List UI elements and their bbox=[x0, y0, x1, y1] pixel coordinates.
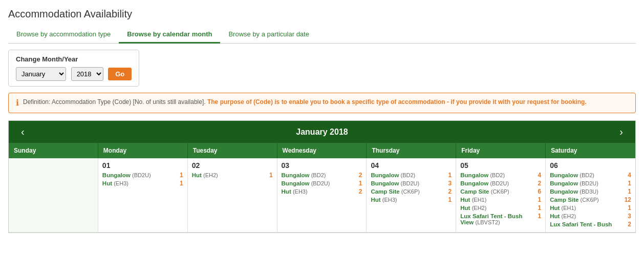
accommodation-name: Hut (EH3) bbox=[102, 180, 128, 186]
year-select[interactable]: 201720182019 bbox=[71, 67, 103, 81]
accommodation-code: (BD2U) bbox=[311, 180, 330, 186]
accommodation-code: (BD2) bbox=[579, 172, 594, 178]
accommodation-name: Bungalow (BD2) bbox=[550, 172, 594, 178]
accommodation-count: 12 bbox=[625, 196, 631, 203]
day-name-thursday: Thursday bbox=[367, 143, 456, 158]
cal-date-number: 02 bbox=[192, 161, 273, 170]
calendar-header: ‹ January 2018 › bbox=[9, 121, 635, 143]
accommodation-item[interactable]: Hut (EH2)1 bbox=[192, 172, 273, 179]
accommodation-name: Hut (EH2) bbox=[192, 172, 218, 178]
accommodation-count: 2 bbox=[448, 188, 452, 195]
accommodation-item[interactable]: Bungalow (BD2)4 bbox=[460, 172, 541, 179]
accommodation-item[interactable]: Camp Site (CK6P)2 bbox=[371, 188, 452, 195]
accommodation-count: 2 bbox=[359, 172, 362, 179]
accommodation-name: Camp Site (CK6P) bbox=[550, 197, 599, 203]
accommodation-code: (EH3) bbox=[293, 188, 308, 195]
day-name-tuesday: Tuesday bbox=[188, 143, 277, 158]
day-name-wednesday: Wednesday bbox=[277, 143, 367, 158]
accommodation-count: 1 bbox=[269, 172, 273, 179]
accommodation-name: Hut (EH3) bbox=[282, 188, 308, 195]
accommodation-count: 1 bbox=[628, 204, 631, 212]
accommodation-item[interactable]: Hut (EH2)3 bbox=[550, 213, 631, 220]
accommodation-name: Hut (EH1) bbox=[550, 205, 576, 211]
info-box: ℹ Definition: Accommodation Type (Code) … bbox=[8, 93, 636, 113]
accommodation-code: (BD2U) bbox=[490, 180, 509, 186]
accommodation-item[interactable]: Hut (EH3)1 bbox=[102, 180, 183, 187]
accommodation-name: Hut (EH2) bbox=[460, 205, 486, 211]
prev-month-button[interactable]: ‹ bbox=[17, 126, 29, 138]
next-month-button[interactable]: › bbox=[615, 126, 627, 138]
accommodation-item[interactable]: Bungalow (BD2U)3 bbox=[371, 180, 452, 187]
accommodation-name: Bungalow (BD2) bbox=[282, 172, 326, 178]
accommodation-code: (BD2) bbox=[311, 172, 326, 178]
tab-calendar-month[interactable]: Browse by calendar month bbox=[119, 26, 220, 44]
day-name-sunday: Sunday bbox=[9, 143, 98, 158]
month-select[interactable]: JanuaryFebruaryMarchAprilMayJuneJulyAugu… bbox=[16, 67, 66, 81]
accommodation-code: (BD2) bbox=[490, 172, 505, 178]
accommodation-item[interactable]: Lux Safari Tent - Bush2 bbox=[550, 221, 631, 228]
day-name-monday: Monday bbox=[98, 143, 188, 158]
accommodation-item[interactable]: Bungalow (BD3U)1 bbox=[550, 188, 631, 195]
accommodation-code: (LBVST2) bbox=[475, 219, 500, 225]
accommodation-item[interactable]: Bungalow (BD2U)1 bbox=[102, 172, 183, 179]
accommodation-item[interactable]: Bungalow (BD2)4 bbox=[550, 172, 631, 179]
accommodation-count: 1 bbox=[180, 180, 183, 187]
accommodation-name: Bungalow (BD2U) bbox=[371, 180, 419, 186]
accommodation-item[interactable]: Hut (EH3)1 bbox=[371, 196, 452, 203]
accommodation-item[interactable]: Hut (EH2)1 bbox=[460, 204, 541, 212]
accommodation-name: Lux Safari Tent - Bush View (LBVST2) bbox=[460, 213, 534, 225]
calendar-cell: 04Bungalow (BD2)1Bungalow (BD2U)3Camp Si… bbox=[367, 158, 456, 233]
accommodation-name: Bungalow (BD2U) bbox=[282, 180, 330, 186]
calendar-day-names: SundayMondayTuesdayWednesdayThursdayFrid… bbox=[9, 143, 635, 158]
accommodation-count: 1 bbox=[180, 172, 183, 179]
accommodation-code: (EH3) bbox=[382, 197, 397, 203]
accommodation-item[interactable]: Lux Safari Tent - Bush View (LBVST2)1 bbox=[460, 213, 541, 225]
tab-particular-date[interactable]: Browse by a particular date bbox=[220, 26, 317, 44]
accommodation-code: (BD3U) bbox=[579, 188, 598, 195]
page-title: Accommodation Availability bbox=[8, 8, 636, 20]
accommodation-name: Bungalow (BD3U) bbox=[550, 188, 598, 195]
accommodation-item[interactable]: Camp Site (CK6P)12 bbox=[550, 196, 631, 203]
accommodation-item[interactable]: Bungalow (BD2U)1 bbox=[550, 180, 631, 187]
accommodation-code: (EH2) bbox=[472, 205, 487, 211]
accommodation-item[interactable]: Hut (EH1)1 bbox=[550, 204, 631, 212]
calendar-cell: 06Bungalow (BD2)4Bungalow (BD2U)1Bungalo… bbox=[546, 158, 635, 233]
accommodation-name: Hut (EH1) bbox=[460, 197, 486, 203]
info-icon: ℹ bbox=[16, 98, 19, 108]
accommodation-name: Bungalow (BD2) bbox=[460, 172, 505, 178]
month-year-label: Change Month/Year bbox=[16, 55, 132, 63]
accommodation-code: (EH2) bbox=[562, 213, 576, 219]
accommodation-item[interactable]: Bungalow (BD2)1 bbox=[371, 172, 452, 179]
accommodation-code: (CK6P) bbox=[401, 188, 420, 195]
calendar: ‹ January 2018 › SundayMondayTuesdayWedn… bbox=[8, 120, 636, 233]
accommodation-count: 3 bbox=[628, 213, 631, 220]
accommodation-count: 3 bbox=[448, 180, 452, 187]
accommodation-item[interactable]: Bungalow (BD2U)1 bbox=[282, 180, 362, 187]
cal-date-number: 04 bbox=[371, 161, 452, 170]
accommodation-item[interactable]: Hut (EH3)2 bbox=[282, 188, 362, 195]
accommodation-count: 2 bbox=[359, 188, 362, 195]
tab-accommodation-type[interactable]: Browse by accommodation type bbox=[8, 26, 119, 44]
calendar-cell: 03Bungalow (BD2)2Bungalow (BD2U)1Hut (EH… bbox=[277, 158, 367, 233]
accommodation-code: (EH2) bbox=[203, 172, 218, 178]
change-month-year-box: Change Month/Year JanuaryFebruaryMarchAp… bbox=[8, 50, 139, 87]
accommodation-name: Hut (EH2) bbox=[550, 213, 576, 219]
accommodation-item[interactable]: Bungalow (BD2U)2 bbox=[460, 180, 541, 187]
accommodation-item[interactable]: Hut (EH1)1 bbox=[460, 196, 541, 203]
accommodation-name: Bungalow (BD2U) bbox=[460, 180, 509, 186]
info-text-plain: Definition: Accommodation Type (Code) [N… bbox=[23, 98, 206, 106]
accommodation-code: (BD2U) bbox=[401, 180, 420, 186]
accommodation-count: 1 bbox=[538, 204, 541, 212]
accommodation-name: Bungalow (BD2U) bbox=[102, 172, 151, 178]
cal-date-number: 01 bbox=[102, 161, 183, 170]
accommodation-name: Camp Site (CK6P) bbox=[371, 188, 420, 195]
accommodation-item[interactable]: Camp Site (CK6P)6 bbox=[460, 188, 541, 195]
info-text-highlight: The purpose of (Code) is to enable you t… bbox=[206, 98, 587, 106]
accommodation-count: 4 bbox=[538, 172, 541, 179]
calendar-cell: 01Bungalow (BD2U)1Hut (EH3)1 bbox=[98, 158, 188, 233]
tab-bar: Browse by accommodation type Browse by c… bbox=[8, 26, 636, 44]
go-button[interactable]: Go bbox=[108, 68, 132, 80]
accommodation-item[interactable]: Bungalow (BD2)2 bbox=[282, 172, 362, 179]
accommodation-count: 6 bbox=[538, 188, 541, 195]
accommodation-name: Hut (EH3) bbox=[371, 197, 397, 203]
